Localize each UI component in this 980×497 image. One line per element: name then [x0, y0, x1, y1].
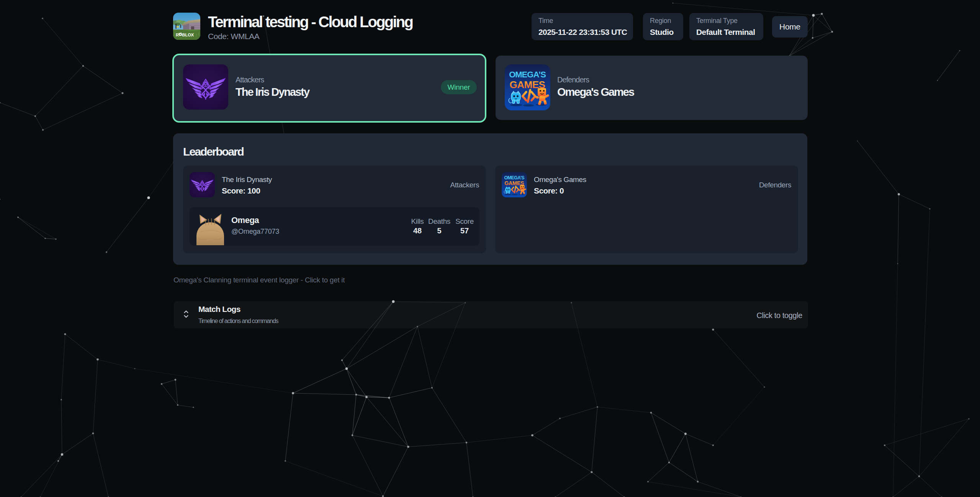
svg-text:BLOX: BLOX: [182, 33, 194, 37]
svg-text:OMEGA’S: OMEGA’S: [504, 175, 524, 180]
svg-text:R: R: [176, 33, 179, 37]
svg-text:OMEGA’S: OMEGA’S: [509, 70, 546, 79]
